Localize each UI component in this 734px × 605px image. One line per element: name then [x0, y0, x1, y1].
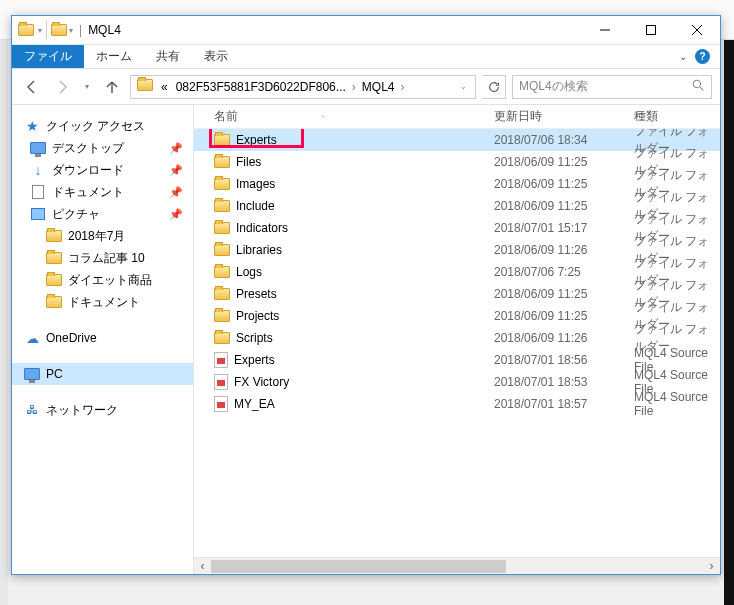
tab-share[interactable]: 共有 — [144, 45, 192, 68]
window-title: MQL4 — [82, 23, 121, 37]
ribbon-expand-icon[interactable]: ⌄ — [679, 51, 687, 62]
folder-icon — [46, 230, 62, 242]
sidebar-item-documents[interactable]: ドキュメント 📌 — [12, 181, 193, 203]
horizontal-scrollbar[interactable]: ‹ › — [194, 557, 720, 574]
pin-icon: 📌 — [169, 208, 183, 221]
sidebar-item-label: PC — [46, 367, 63, 381]
sidebar-item-label: コラム記事 10 — [68, 250, 145, 267]
folder-icon — [46, 252, 62, 264]
sidebar-item-folder[interactable]: ドキュメント — [12, 291, 193, 313]
folder-icon — [214, 332, 230, 344]
sidebar-item-onedrive[interactable]: ☁ OneDrive — [12, 327, 193, 349]
sidebar-item-label: 2018年7月 — [68, 228, 125, 245]
file-name: Indicators — [236, 221, 288, 235]
pc-icon — [24, 368, 40, 380]
pin-icon: 📌 — [169, 164, 183, 177]
breadcrumb-item[interactable]: MQL4 — [358, 80, 399, 94]
tab-home[interactable]: ホーム — [84, 45, 144, 68]
folder-icon — [214, 156, 230, 168]
folder-icon — [214, 244, 230, 256]
file-date: 2018/06/09 11:25 — [494, 155, 634, 169]
scroll-left-icon[interactable]: ‹ — [194, 558, 211, 574]
column-name[interactable]: 名前 ^ — [194, 108, 494, 125]
column-headers: 名前 ^ 更新日時 種類 — [194, 105, 720, 129]
breadcrumb-dropdown-icon[interactable]: ⌄ — [454, 82, 473, 91]
folder-icon — [214, 310, 230, 322]
chevron-right-icon[interactable]: › — [350, 80, 358, 94]
navigation-tree: ★ クイック アクセス デスクトップ 📌 ↓ ダウンロード 📌 ドキュメント 📌 — [12, 105, 194, 574]
sidebar-item-label: ドキュメント — [52, 184, 124, 201]
help-icon[interactable]: ? — [695, 49, 710, 64]
svg-rect-1 — [647, 26, 656, 35]
folder-icon — [214, 266, 230, 278]
cloud-icon: ☁ — [24, 330, 40, 346]
folder-icon — [214, 134, 230, 146]
folder-icon — [46, 296, 62, 308]
tab-file[interactable]: ファイル — [12, 45, 84, 68]
sidebar-item-label: ピクチャ — [52, 206, 100, 223]
sidebar-item-pc[interactable]: PC — [12, 363, 193, 385]
sidebar-item-label: ドキュメント — [68, 294, 140, 311]
document-icon — [32, 185, 44, 199]
search-input[interactable]: MQL4の検索 — [512, 75, 712, 99]
file-name: Presets — [236, 287, 277, 301]
mql4-file-icon — [214, 396, 228, 412]
pictures-icon — [31, 208, 45, 220]
refresh-button[interactable] — [482, 75, 506, 99]
sidebar-item-folder[interactable]: ダイエット商品 — [12, 269, 193, 291]
network-icon: 🖧 — [24, 402, 40, 418]
quick-access-toolbar: ▾ ▾ | MQL4 — [12, 21, 127, 39]
file-name: Include — [236, 199, 275, 213]
qat-dropdown-icon[interactable]: ▾ — [38, 26, 42, 35]
chevron-right-icon[interactable]: › — [398, 80, 406, 94]
column-type[interactable]: 種類 — [634, 108, 720, 125]
tab-view[interactable]: 表示 — [192, 45, 240, 68]
sidebar-item-pictures[interactable]: ピクチャ 📌 — [12, 203, 193, 225]
file-date: 2018/07/01 18:56 — [494, 353, 634, 367]
sidebar-item-quick-access[interactable]: ★ クイック アクセス — [12, 115, 193, 137]
file-name: Projects — [236, 309, 279, 323]
qat-dropdown-icon[interactable]: ▾ — [69, 26, 73, 35]
search-placeholder: MQL4の検索 — [519, 78, 588, 95]
folder-icon — [137, 79, 153, 91]
file-date: 2018/07/01 18:57 — [494, 397, 634, 411]
file-name: Images — [236, 177, 275, 191]
file-list: 名前 ^ 更新日時 種類 Experts2018/07/06 18:34ファイル… — [194, 105, 720, 574]
ribbon-tabs: ファイル ホーム 共有 表示 ⌄ ? — [12, 45, 720, 69]
up-button[interactable] — [100, 75, 124, 99]
folder-icon[interactable] — [51, 24, 67, 36]
breadcrumb-sep: « — [157, 80, 172, 94]
star-icon: ★ — [24, 118, 40, 134]
folder-icon — [46, 274, 62, 286]
file-row[interactable]: MY_EA2018/07/01 18:57MQL4 Source File — [194, 393, 720, 415]
scrollbar-thumb[interactable] — [211, 560, 506, 573]
maximize-button[interactable] — [628, 16, 674, 45]
sidebar-item-folder[interactable]: 2018年7月 — [12, 225, 193, 247]
file-date: 2018/06/09 11:25 — [494, 309, 634, 323]
sidebar-item-downloads[interactable]: ↓ ダウンロード 📌 — [12, 159, 193, 181]
close-button[interactable] — [674, 16, 720, 45]
back-button[interactable] — [20, 75, 44, 99]
sidebar-item-network[interactable]: 🖧 ネットワーク — [12, 399, 193, 421]
download-icon: ↓ — [30, 162, 46, 178]
forward-button[interactable] — [50, 75, 74, 99]
address-bar-row: ▾ « 082F53F5881F3D6022DF806... › MQL4 › … — [12, 69, 720, 105]
sidebar-item-desktop[interactable]: デスクトップ 📌 — [12, 137, 193, 159]
svg-point-4 — [693, 80, 700, 87]
folder-icon — [214, 200, 230, 212]
breadcrumb-item[interactable]: 082F53F5881F3D6022DF806... — [172, 80, 350, 94]
file-date: 2018/07/06 7:25 — [494, 265, 634, 279]
file-date: 2018/06/09 11:25 — [494, 199, 634, 213]
sidebar-item-label: デスクトップ — [52, 140, 124, 157]
sidebar-item-folder[interactable]: コラム記事 10 — [12, 247, 193, 269]
file-name: FX Victory — [234, 375, 289, 389]
column-date[interactable]: 更新日時 — [494, 108, 634, 125]
recent-locations-button[interactable]: ▾ — [80, 75, 94, 99]
file-name: Scripts — [236, 331, 273, 345]
scroll-right-icon[interactable]: › — [703, 558, 720, 574]
titlebar: ▾ ▾ | MQL4 — [12, 16, 720, 45]
breadcrumb[interactable]: « 082F53F5881F3D6022DF806... › MQL4 › ⌄ — [130, 75, 476, 99]
folder-icon — [214, 288, 230, 300]
file-name: Files — [236, 155, 261, 169]
minimize-button[interactable] — [582, 16, 628, 45]
